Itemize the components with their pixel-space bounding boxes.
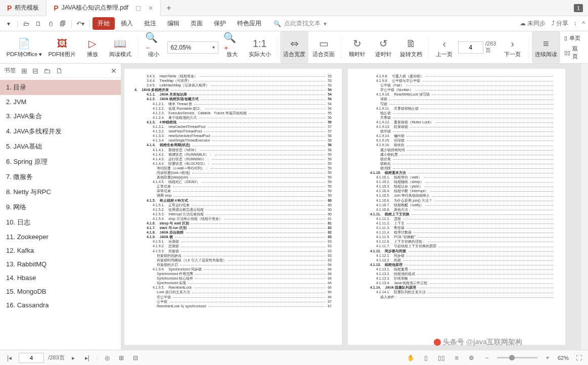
toc-item[interactable]: 12. Kafka xyxy=(0,244,121,257)
status-last-page[interactable]: ▸| xyxy=(82,353,93,362)
doc-toc-line: 4.1.11.4.程序计数器 xyxy=(358,230,555,235)
share-button[interactable]: ⤴ 分享 xyxy=(552,19,568,28)
toc-item[interactable]: 15. MongoDB xyxy=(0,285,121,298)
toc-item[interactable]: 8. Netty 与RPC xyxy=(0,185,121,200)
tab-label: JAVA核心知识点整理.pdf xyxy=(62,4,128,12)
preview-icon[interactable]: 🗐 xyxy=(57,18,68,29)
undo-icon[interactable]: ↶▾ xyxy=(75,18,86,29)
status-first-page[interactable]: |◂ xyxy=(4,353,15,362)
menu-edit[interactable]: 编辑 xyxy=(162,17,185,30)
doc-toc-line: 写锁 xyxy=(358,102,555,106)
pdf-icon: P xyxy=(54,4,58,12)
pdf-page-right: 4.1.9.8.可重入锁（递归锁）4.1.9.9.公平锁与非公平锁公平锁（Fai… xyxy=(348,69,565,345)
toc-item[interactable]: 7. 微服务 xyxy=(0,169,121,185)
zoom-combo[interactable]: 62.05% xyxy=(167,41,218,54)
fullscreen-icon[interactable]: ⛶ xyxy=(574,353,584,363)
doc-toc-line: 4.1.14.JAVA 阻塞队列原理 xyxy=(358,285,555,290)
toc-item[interactable]: 9. 网络 xyxy=(0,200,121,215)
tool-next-page[interactable]: › 下一页 xyxy=(500,31,525,63)
view-hand-icon[interactable]: ✋ xyxy=(406,353,416,363)
sidebar-icon-3[interactable]: 🗀 xyxy=(43,67,51,75)
menu-start[interactable]: 开始 xyxy=(93,17,115,30)
doc-toc-line: 等待阻塞（o.wait->等待对列）：59 xyxy=(134,166,332,170)
doc-toc-line: 4.1.11.5.PCB-"切换帧" xyxy=(358,235,555,239)
toc-item[interactable]: 14. Hbase xyxy=(0,271,121,285)
doc-toc-line: 4.1.5.1.正常运行结束60 xyxy=(134,203,332,207)
tool-fit-page[interactable]: ▭ 适合页面 xyxy=(309,31,338,63)
toc-item[interactable]: 13. RabbitMQ xyxy=(0,257,121,271)
tool-single-page[interactable]: ▯单页 xyxy=(561,33,584,43)
tool-pdf-to-office[interactable]: 📄 PDF转Office ▾ xyxy=(4,31,44,63)
toc-item[interactable]: 1. 目录 xyxy=(0,80,121,95)
zoom-slider[interactable] xyxy=(497,357,537,358)
sync-status[interactable]: ☁ 未同步 xyxy=(520,19,546,28)
tool-zoom-in[interactable]: 🔍⁺ 放大 xyxy=(219,31,245,63)
tab-label: 稻壳模板 xyxy=(15,4,39,12)
view-continuous-icon[interactable]: ≡ xyxy=(451,353,462,363)
tab-add-button[interactable]: + xyxy=(161,4,177,13)
status-page-input[interactable] xyxy=(19,353,44,363)
tool-read-mode[interactable]: 📖 阅读模式 xyxy=(106,31,134,63)
toc-item[interactable]: 10. 日志 xyxy=(0,215,121,230)
tool-rotate-ccw[interactable]: ↺ 逆时针 xyxy=(371,31,396,63)
menu-insert[interactable]: 插入 xyxy=(116,17,138,30)
toc-item[interactable]: 2. JVM xyxy=(0,95,121,109)
menu-featured[interactable]: 特色应用 xyxy=(232,17,266,30)
tool-zoom-out[interactable]: 🔍⁻ 缩小 xyxy=(141,31,166,63)
tab-templates[interactable]: P 稻壳模板 xyxy=(0,0,47,16)
tool-rotate-cw[interactable]: ↻ 顺时针 xyxy=(344,31,370,63)
status-tool-2[interactable]: ⊞ xyxy=(116,353,126,363)
page-number-input[interactable] xyxy=(458,41,483,54)
save-icon[interactable]: 🗋 xyxy=(33,18,44,29)
toc-item[interactable]: 3. JAVA集合 xyxy=(0,109,121,124)
tool-double-page[interactable]: ▯▯双页 xyxy=(561,44,584,61)
toc-item[interactable]: 5. JAVA基础 xyxy=(0,139,121,154)
print-icon[interactable]: ⎙ xyxy=(45,18,56,29)
doc-toc-line: 4.1.9.5.ReentrantLock66 xyxy=(134,285,332,290)
doc-toc-line: 4.1.10.4.线程中断（interrupt） xyxy=(358,189,555,193)
sidebar-icon-4[interactable]: 🗋 xyxy=(56,67,63,75)
doc-toc-line: 4.JAVA 多线程并发54 xyxy=(134,87,332,92)
tab-maximize-icon[interactable]: ▢ xyxy=(135,5,141,12)
view-page-icon[interactable]: ▯ xyxy=(421,353,431,363)
view-settings-icon[interactable]: ⚙ xyxy=(467,353,477,363)
tool-play[interactable]: ▷ 播放 xyxy=(80,31,105,63)
status-next-page[interactable]: ▸ xyxy=(69,353,78,362)
sidebar-icon-1[interactable]: ⊞ xyxy=(21,67,27,75)
tool-continuous-read[interactable]: ≡ 连续阅读 xyxy=(532,31,560,63)
tool-actual-size[interactable]: 1:1 实际大小 xyxy=(246,31,274,63)
tab-document[interactable]: P JAVA核心知识点整理.pdf ▢ ✕ xyxy=(47,0,161,16)
menu-page[interactable]: 页面 xyxy=(186,17,208,30)
doc-toc-line: Synchronized 核心组件64 xyxy=(134,276,332,281)
tab-close-icon[interactable]: ✕ xyxy=(148,5,153,12)
tool-pdf-to-image[interactable]: 🖼 PDF转图片 xyxy=(46,31,79,63)
play-icon: ▷ xyxy=(88,36,96,51)
toc-item[interactable]: 11. Zookeeper xyxy=(0,230,121,244)
menu-collapse-icon[interactable]: ∶ xyxy=(574,20,576,27)
doc-toc-line: 自旋锁的开启64 xyxy=(134,262,332,267)
toc-item[interactable]: 6. Spring 原理 xyxy=(0,154,121,169)
folder-icon[interactable]: 🗁 xyxy=(21,18,32,29)
tool-rotate-doc[interactable]: 🗎 旋转文档 xyxy=(397,31,425,63)
zoom-plus-icon[interactable]: + xyxy=(542,353,553,363)
doc-toc-line: 减少锁持有时间 xyxy=(358,148,555,152)
status-tool-1[interactable]: ◎ xyxy=(102,353,112,363)
menu-protect[interactable]: 保护 xyxy=(209,17,231,30)
page-total-label: /283 页 xyxy=(485,40,499,54)
tool-prev-page[interactable]: ‹ 上一页 xyxy=(432,31,457,63)
zoom-minus-icon[interactable]: − xyxy=(482,353,492,363)
menu-up-icon[interactable]: ^ xyxy=(582,20,585,27)
document-viewport[interactable]: 3.4.3.HashTable（线程安全）533.4.4.TreeMap（可排序… xyxy=(121,64,588,350)
toc-item[interactable]: 16. Cassandra xyxy=(0,298,121,312)
tool-fit-width[interactable]: ⇔ 适合宽度 xyxy=(280,31,308,63)
toc-item[interactable]: 4. JAVA多线程并发 xyxy=(0,124,121,139)
view-dual-icon[interactable]: ▯▯ xyxy=(436,353,446,363)
vertical-scrollbar[interactable] xyxy=(581,64,588,350)
status-tool-3[interactable]: ⊟ xyxy=(130,353,141,363)
menu-dropdown-icon[interactable]: ▾ xyxy=(3,18,14,29)
menu-annotate[interactable]: 批注 xyxy=(139,17,161,30)
doc-toc-line: 4.1.12.2.死锁 xyxy=(358,258,555,262)
sidebar-close-icon[interactable]: ✕ xyxy=(111,67,117,75)
sidebar-icon-2[interactable]: ⊟ xyxy=(32,67,38,75)
search-area[interactable]: 🔍 点此查找文本 ▾ xyxy=(274,19,327,28)
